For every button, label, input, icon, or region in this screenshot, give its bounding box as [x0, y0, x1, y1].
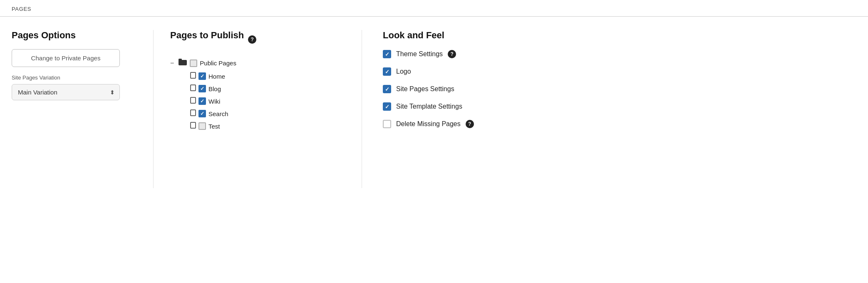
page-icon-search [190, 109, 196, 118]
look-feel-section: Look and Feel Theme Settings ? Logo Site… [379, 30, 856, 188]
svg-rect-5 [191, 110, 196, 116]
tree-page-row-search: Search [170, 109, 328, 118]
lf-row-site-template-settings: Site Template Settings [383, 102, 856, 111]
public-pages-checkbox[interactable] [190, 60, 197, 67]
site-pages-settings-label: Site Pages Settings [396, 85, 454, 93]
folder-icon [178, 58, 187, 68]
logo-label: Logo [396, 68, 411, 75]
public-pages-label: Public Pages [200, 60, 236, 67]
lf-row-site-pages-settings: Site Pages Settings [383, 85, 856, 93]
site-template-settings-checkbox[interactable] [383, 102, 391, 111]
logo-checkbox[interactable] [383, 67, 391, 76]
divider-2 [362, 30, 362, 188]
tree-page-row-home: Home [170, 72, 328, 80]
page-icon-test [190, 122, 196, 130]
page-icon-blog [190, 84, 196, 93]
tree-root-row: − Public Pages [170, 58, 328, 68]
wiki-label: Wiki [208, 98, 220, 105]
svg-rect-4 [191, 97, 196, 103]
home-label: Home [208, 73, 225, 80]
pages-publish-section: Pages to Publish ? − Publ [170, 30, 345, 188]
pages-publish-title: Pages to Publish [170, 30, 244, 41]
page-title: PAGES [12, 6, 31, 12]
home-checkbox[interactable] [198, 72, 206, 80]
blog-label: Blog [208, 85, 221, 92]
page-children-list: Home Blog [170, 72, 328, 130]
look-feel-title: Look and Feel [383, 30, 856, 41]
pages-publish-help-icon[interactable]: ? [248, 35, 256, 44]
main-content: Pages Options Change to Private Pages Si… [0, 17, 868, 201]
tree-page-row-wiki: Wiki [170, 97, 328, 105]
pages-publish-title-row: Pages to Publish ? [170, 30, 328, 49]
site-pages-settings-checkbox[interactable] [383, 85, 391, 93]
site-template-settings-label: Site Template Settings [396, 103, 462, 110]
delete-missing-pages-help-icon[interactable]: ? [466, 120, 474, 128]
delete-missing-pages-label: Delete Missing Pages [396, 120, 461, 128]
lf-row-logo: Logo [383, 67, 856, 76]
search-label: Search [208, 110, 228, 117]
variation-label: Site Pages Variation [12, 74, 120, 81]
divider-1 [153, 30, 154, 188]
page-header: PAGES [0, 0, 868, 17]
theme-settings-checkbox[interactable] [383, 50, 391, 58]
tree-collapse-icon[interactable]: − [170, 60, 174, 67]
pages-options-title: Pages Options [12, 30, 120, 41]
variation-select-wrapper: Main Variation ⬍ [12, 84, 120, 100]
lf-row-delete-missing-pages: Delete Missing Pages ? [383, 120, 856, 128]
theme-settings-help-icon[interactable]: ? [448, 50, 456, 58]
test-label: Test [208, 123, 220, 130]
change-private-button[interactable]: Change to Private Pages [12, 49, 120, 67]
pages-options-section: Pages Options Change to Private Pages Si… [12, 30, 136, 188]
tree-page-row-test: Test [170, 122, 328, 130]
theme-settings-label: Theme Settings [396, 50, 443, 58]
svg-rect-1 [179, 59, 182, 61]
tree-page-row-blog: Blog [170, 84, 328, 93]
variation-select[interactable]: Main Variation [12, 84, 120, 100]
wiki-checkbox[interactable] [198, 97, 206, 105]
svg-rect-3 [191, 85, 196, 91]
page-icon-home [190, 72, 196, 80]
svg-rect-2 [191, 72, 196, 78]
delete-missing-pages-checkbox[interactable] [383, 120, 391, 128]
svg-rect-6 [191, 122, 196, 128]
page-icon-wiki [190, 97, 196, 105]
search-checkbox[interactable] [198, 110, 206, 117]
test-checkbox[interactable] [198, 122, 206, 130]
page-tree: − Public Pages [170, 58, 328, 130]
lf-row-theme-settings: Theme Settings ? [383, 50, 856, 58]
blog-checkbox[interactable] [198, 85, 206, 92]
